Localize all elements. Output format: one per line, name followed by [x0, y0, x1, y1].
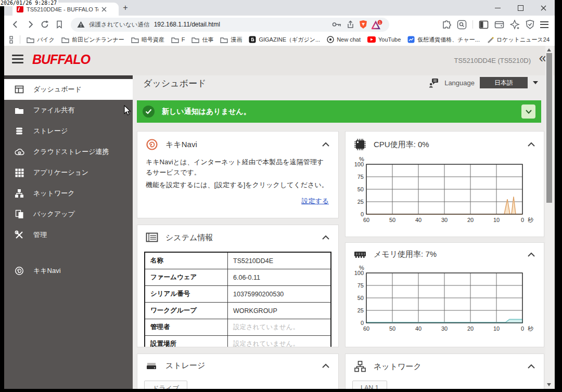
collapse-card-button[interactable] — [527, 250, 535, 259]
forward-button[interactable] — [23, 17, 37, 32]
extensions-puzzle-icon[interactable] — [441, 20, 451, 30]
minimize-icon — [495, 8, 501, 8]
svg-text:10: 10 — [493, 217, 500, 223]
scroll-down-arrow-icon[interactable] — [547, 383, 551, 386]
svg-text:20: 20 — [467, 325, 474, 332]
bookmark-item[interactable]: 前田ピンチランナー — [61, 36, 124, 44]
row-label: ファームウェア — [145, 269, 228, 286]
security-warning-text[interactable]: 保護されていない通信 — [89, 21, 150, 29]
bookmark-item[interactable]: GIGAZINE（ギガジン... — [249, 36, 320, 44]
sidebar-item-backup[interactable]: バックアップ — [4, 204, 133, 225]
disk-stack-icon — [14, 126, 24, 136]
sidebar-item-storage[interactable]: ストレージ — [4, 121, 133, 141]
svg-text:50: 50 — [389, 325, 395, 332]
rocket-news-icon — [487, 36, 494, 43]
language-selector: Language 日本語 — [429, 77, 538, 88]
collapse-card-button[interactable] — [322, 233, 330, 242]
sidebar-item-applications[interactable]: アプリケーション — [4, 162, 133, 183]
chevron-up-icon — [322, 142, 330, 147]
mouse-cursor — [124, 105, 132, 116]
sidebar-item-network[interactable]: ネットワーク — [4, 183, 133, 204]
device-name: TS5210DD4E (TS5210D) — [454, 57, 531, 64]
page-scrollbar[interactable] — [545, 46, 553, 389]
collapse-card-button[interactable] — [322, 140, 330, 149]
row-label: シリアル番号 — [145, 286, 228, 303]
notification-banner: 新しい通知はありません。 — [137, 100, 541, 123]
share-icon[interactable] — [346, 20, 355, 29]
row-value: 設定されていません。 — [228, 336, 331, 348]
sidebar-item-dashboard[interactable]: ダッシュボード — [4, 79, 133, 100]
bookmark-item[interactable]: New chat — [327, 36, 361, 43]
window-maximize-button[interactable] — [509, 0, 532, 16]
bookmark-item[interactable]: YouTube — [367, 36, 401, 43]
sidebar-item-management[interactable]: 管理 — [4, 225, 133, 245]
language-value-button[interactable]: 日本語 — [480, 77, 528, 88]
new-tab-button[interactable]: + — [120, 2, 131, 14]
bookmark-item[interactable]: ロケットニュース24 — [487, 36, 550, 44]
side-panel-icon[interactable] — [479, 20, 489, 29]
tab-strip: TS5210DD4E - BUFFALO TeraSta + — [4, 0, 555, 16]
back-button[interactable] — [8, 17, 23, 32]
card-title: ネットワーク — [374, 362, 422, 372]
menu-button[interactable] — [540, 21, 548, 28]
vpn-shield-icon[interactable] — [526, 20, 534, 29]
reload-button[interactable] — [37, 17, 52, 32]
scroll-up-arrow-icon[interactable] — [547, 48, 551, 51]
bookmark-flag-icon — [55, 20, 64, 29]
chevron-up-icon — [322, 235, 330, 240]
chevron-down-icon[interactable] — [533, 81, 538, 84]
key-icon[interactable] — [332, 21, 342, 28]
sidebar-item-file-sharing[interactable]: ファイル共有 — [4, 100, 133, 121]
svg-text:25: 25 — [357, 199, 364, 205]
back-icon — [11, 20, 20, 29]
apps-grid-icon[interactable] — [9, 36, 13, 44]
collapse-card-button[interactable] — [527, 140, 535, 149]
window-minimize-button[interactable] — [486, 0, 509, 16]
kikinavi-description-2: 機能を設定するには、[設定する]をクリックしてください。 — [137, 178, 338, 190]
card-title: メモリ使用率: 7% — [374, 250, 437, 259]
table-row: シリアル番号10375990200530 — [145, 286, 331, 303]
system-info-icon — [146, 232, 158, 243]
check-circle-icon — [143, 106, 155, 117]
folder-icon — [220, 36, 228, 43]
kikinavi-swirl-icon — [146, 138, 158, 151]
language-icon — [429, 78, 439, 88]
triangle-extension-icon[interactable]: 1 — [372, 20, 383, 30]
bookmark-item[interactable]: 漫画 — [220, 36, 242, 44]
svg-text:20: 20 — [467, 217, 474, 223]
bookmark-item[interactable]: バイク — [27, 36, 55, 44]
collapse-card-button[interactable] — [527, 362, 535, 371]
configure-link[interactable]: 設定する — [147, 197, 329, 206]
app-header: BUFFALO TS5210DD4E (TS5210D) « — [4, 46, 555, 75]
memory-usage-chart: 02550751006050403020100%秒 — [346, 264, 544, 342]
reading-list-button[interactable] — [52, 17, 67, 32]
bookmark-item[interactable]: 仕事 — [191, 36, 213, 44]
cpu-usage-chart: 02550751006050403020100%秒 — [346, 155, 544, 233]
leo-sparkle-icon[interactable] — [510, 20, 520, 30]
svg-text:25: 25 — [357, 307, 364, 313]
chevron-down-icon — [525, 109, 532, 114]
bookmark-item[interactable]: 仮想通貨価格、チャー... — [407, 36, 480, 44]
notification-expand-button[interactable] — [521, 104, 535, 119]
url-text[interactable]: 192.168.1.11/detail.html — [154, 21, 220, 28]
sidebar-item-kikinavi[interactable]: キキNavi — [4, 260, 133, 281]
table-row: 管理者設定されていません。 — [145, 319, 331, 336]
tab-lan1[interactable]: LAN 1 — [352, 381, 387, 389]
sidebar-toggle-button[interactable] — [12, 55, 23, 63]
bookmark-item[interactable]: F — [171, 36, 185, 43]
brave-shield-icon[interactable] — [359, 20, 367, 29]
tab-close-icon[interactable] — [101, 7, 107, 12]
wallet-icon[interactable] — [494, 20, 504, 29]
search-in-page-icon[interactable] — [457, 20, 467, 30]
bookmark-item[interactable]: 暗号資産 — [131, 36, 164, 44]
collapse-card-button[interactable] — [322, 361, 330, 371]
address-bar[interactable]: 保護されていない通信 192.168.1.11/detail.html 1 — [71, 18, 389, 32]
scrollbar-thumb[interactable] — [546, 53, 552, 203]
row-label: ワークグループ — [145, 303, 228, 319]
network-nodes-icon — [14, 189, 24, 198]
sidebar-item-cloud-storage[interactable]: クラウドストレージ連携 — [4, 141, 133, 162]
window-close-button[interactable] — [532, 0, 555, 16]
tab-drives[interactable]: ドライブ — [144, 381, 187, 389]
card-title: ストレージ — [165, 361, 205, 371]
card-title: キキNavi — [165, 140, 197, 150]
